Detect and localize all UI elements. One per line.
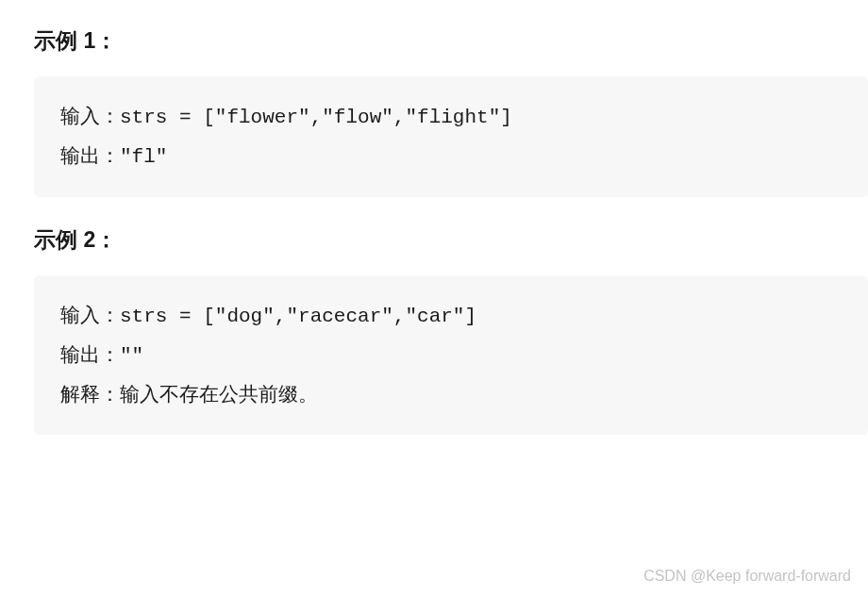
example-2-output-line: 输出：""	[60, 336, 842, 375]
example-2-input-line: 输入：strs = ["dog","racecar","car"]	[60, 296, 842, 336]
example-1-output-line: 输出："fl"	[60, 137, 842, 176]
output-label: 输出：	[60, 343, 120, 365]
output-label: 输出：	[60, 144, 120, 166]
example-1-heading: 示例 1：	[34, 26, 868, 56]
example-1-input-line: 输入：strs = ["flower","flow","flight"]	[60, 97, 842, 137]
input-code: strs = ["dog","racecar","car"]	[120, 306, 476, 327]
input-label: 输入：	[60, 105, 120, 126]
explain-text: 输入不存在公共前缀。	[120, 383, 318, 405]
example-1-code-block: 输入：strs = ["flower","flow","flight"] 输出：…	[34, 76, 868, 197]
explain-label: 解释：	[60, 383, 120, 405]
example-1-section: 示例 1： 输入：strs = ["flower","flow","flight…	[34, 26, 868, 197]
example-2-explain-line: 解释：输入不存在公共前缀。	[60, 375, 842, 415]
output-code: "fl"	[120, 146, 167, 168]
example-2-code-block: 输入：strs = ["dog","racecar","car"] 输出："" …	[34, 275, 868, 436]
example-2-heading: 示例 2：	[34, 225, 868, 255]
input-label: 输入：	[60, 304, 120, 325]
example-2-section: 示例 2： 输入：strs = ["dog","racecar","car"] …	[34, 225, 868, 436]
input-code: strs = ["flower","flow","flight"]	[120, 107, 512, 128]
watermark-text: CSDN @Keep forward-forward	[643, 568, 851, 585]
output-code: ""	[120, 345, 143, 367]
